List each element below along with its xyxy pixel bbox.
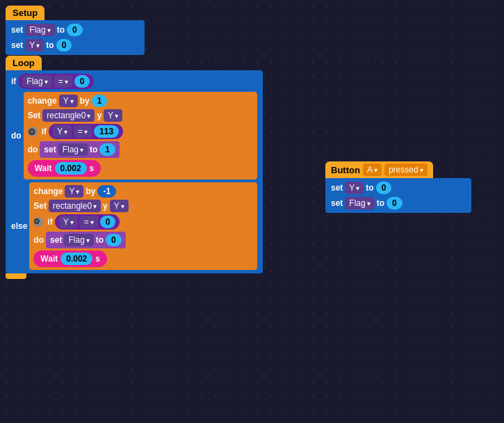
pressed-dropdown[interactable]: pressed xyxy=(384,163,428,176)
btn-set-label-2: set xyxy=(331,198,343,208)
btn-val-0-2: 0 xyxy=(387,197,403,209)
else-flag-dropdown[interactable]: Flag xyxy=(64,234,93,246)
gear-icon-2: ⚙ xyxy=(33,217,43,227)
change-y-row: change Y by 1 xyxy=(28,95,253,107)
else-inner-if-label: if xyxy=(47,217,52,227)
wait-s-1: s xyxy=(90,163,95,173)
inner-if-val: 113 xyxy=(94,125,119,138)
y-dropdown-change[interactable]: Y xyxy=(59,95,78,107)
set-flag-val-1: 1 xyxy=(99,143,115,156)
else-rect-y-label: y xyxy=(103,201,108,211)
setup-block: Setup set Flag to 0 set Y to 0 xyxy=(6,6,145,55)
wait-block-2: Wait 0.002 s xyxy=(33,250,107,267)
wait-row-1: Wait 0.002 s xyxy=(28,160,253,177)
do-label: do xyxy=(11,131,22,141)
flag-dropdown-1[interactable]: Flag xyxy=(25,24,54,36)
rect-y-label: y xyxy=(97,111,101,120)
set-label-2: set xyxy=(11,40,23,50)
inner-do-block: set Flag to 1 xyxy=(40,141,120,158)
wait-val-1: 0.002 xyxy=(55,162,87,175)
loop-block: Loop if Flag = 0 do chan xyxy=(6,56,263,279)
setup-set-flag-row: set Flag to 0 xyxy=(11,24,139,36)
to-label-1: to xyxy=(57,25,65,35)
else-set-flag-label: set xyxy=(50,235,62,245)
button-label: Button xyxy=(331,165,360,175)
gear-icon-1: ⚙ xyxy=(28,127,38,136)
else-inner-eq-dropdown[interactable]: = xyxy=(80,216,98,228)
else-set-flag-val: 0 xyxy=(106,234,122,246)
else-by-label: by xyxy=(86,186,95,196)
change-label: change xyxy=(28,96,57,106)
inner-do-row: do set Flag to 1 xyxy=(28,141,253,158)
else-inner-if-val: 0 xyxy=(100,216,116,228)
rect-y-var-dropdown[interactable]: Y xyxy=(104,109,122,122)
wait-s-2: s xyxy=(95,254,100,264)
y-dropdown-1[interactable]: Y xyxy=(25,39,44,51)
inner-if-row: ⚙ if Y = 113 xyxy=(28,124,253,139)
inner-do-label: do xyxy=(28,145,38,154)
inner-eq-dropdown[interactable]: = xyxy=(74,125,92,138)
wait-val-2: 0.002 xyxy=(60,253,92,265)
wait-label-1: Wait xyxy=(35,163,52,173)
val-0-2: 0 xyxy=(56,39,72,51)
else-inner-if-condition: Y = 0 xyxy=(55,214,120,230)
else-rect-y-var-dropdown[interactable]: Y xyxy=(110,200,129,212)
btn-to-label-2: to xyxy=(377,198,384,208)
flag-dropdown-if[interactable]: Flag xyxy=(22,75,51,88)
else-change-label: change xyxy=(33,186,63,196)
else-row: else change Y by -1 Set rectangle0 xyxy=(11,182,257,270)
rect-dropdown[interactable]: rectangle0 xyxy=(42,109,95,122)
btn-flag-dropdown[interactable]: Flag xyxy=(345,197,374,209)
change-val-1: 1 xyxy=(92,95,108,107)
do-block: change Y by 1 Set rectangle0 y Y xyxy=(24,92,257,179)
to-label-2: to xyxy=(46,40,54,50)
set-flag-label-1: set xyxy=(44,145,56,154)
by-label: by xyxy=(80,96,90,106)
button-event-block: Button A pressed set Y to 0 set Flag to … xyxy=(325,161,471,213)
loop-label: Loop xyxy=(13,58,35,68)
else-rect-dropdown[interactable]: rectangle0 xyxy=(49,200,101,212)
setup-label: Setup xyxy=(13,8,38,18)
else-inner-y-dropdown[interactable]: Y xyxy=(59,216,78,228)
else-inner-do-block: set Flag to 0 xyxy=(46,232,126,248)
btn-set-flag-row: set Flag to 0 xyxy=(331,197,466,209)
if-label: if xyxy=(11,77,16,86)
button-var-dropdown[interactable]: A xyxy=(363,163,382,176)
btn-y-dropdown[interactable]: Y xyxy=(345,182,364,194)
else-to-label: to xyxy=(96,235,104,245)
if-condition: Flag = 0 xyxy=(18,74,94,89)
set-rect-row: Set rectangle0 y Y xyxy=(28,109,253,122)
inner-y-dropdown[interactable]: Y xyxy=(53,125,72,138)
else-block: change Y by -1 Set rectangle0 y Y xyxy=(29,182,257,270)
val-0-1: 0 xyxy=(67,24,83,36)
inner-if-condition: Y = 113 xyxy=(49,124,123,139)
else-set-rect-label: Set xyxy=(33,201,47,211)
else-label: else xyxy=(11,221,27,231)
wait-block-1: Wait 0.002 s xyxy=(28,160,101,177)
loop-if-row: if Flag = 0 xyxy=(11,74,257,89)
flag-dropdown-inner[interactable]: Flag xyxy=(58,143,88,156)
btn-val-0-1: 0 xyxy=(376,182,392,194)
else-change-y-row: change Y by -1 xyxy=(33,185,253,198)
else-inner-do-label: do xyxy=(33,235,44,245)
else-y-dropdown[interactable]: Y xyxy=(65,185,83,198)
set-label-1: set xyxy=(11,25,23,35)
btn-set-y-row: set Y to 0 xyxy=(331,182,466,194)
to-label-inner: to xyxy=(90,145,97,154)
else-change-val: -1 xyxy=(97,185,116,198)
if-val: 0 xyxy=(74,75,90,88)
else-inner-do-row: do set Flag to 0 xyxy=(33,232,253,248)
eq-dropdown-if[interactable]: = xyxy=(54,75,72,88)
wait-label-2: Wait xyxy=(40,254,58,264)
wait-row-2: Wait 0.002 s xyxy=(33,250,253,267)
inner-if-label: if xyxy=(42,127,47,136)
loop-do-row: do change Y by 1 Set rectangle0 xyxy=(11,92,257,179)
btn-set-label-1: set xyxy=(331,183,343,193)
setup-set-y-row: set Y to 0 xyxy=(11,39,139,51)
set-rect-label: Set xyxy=(28,111,41,120)
btn-to-label-1: to xyxy=(366,183,373,193)
else-inner-if-row: ⚙ if Y = 0 xyxy=(33,214,253,230)
else-set-rect-row: Set rectangle0 y Y xyxy=(33,200,253,212)
